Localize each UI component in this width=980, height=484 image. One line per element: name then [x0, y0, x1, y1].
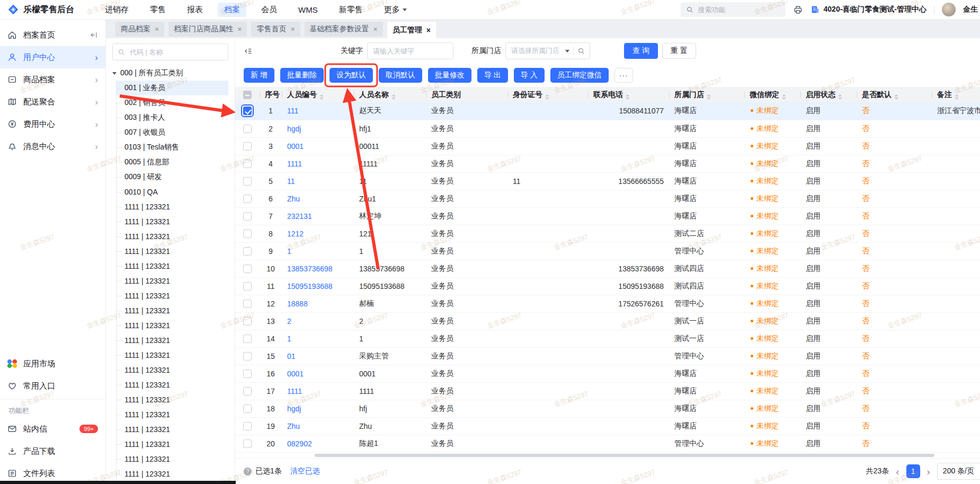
tree-item[interactable]: 1111 | 123321	[117, 422, 228, 437]
row-checkbox[interactable]	[243, 317, 252, 325]
employee-code-link[interactable]: 2	[282, 312, 354, 330]
collapse-tree-icon[interactable]	[244, 47, 253, 56]
row-checkbox[interactable]	[243, 439, 252, 448]
scrollbar-thumb[interactable]	[315, 454, 934, 457]
employee-code-link[interactable]: 111	[282, 102, 354, 120]
tree-item[interactable]: 1111 | 123321	[117, 274, 228, 288]
nav-item-archive[interactable]: 档案	[218, 3, 246, 17]
sidebar-item-common-entry[interactable]: 常用入口	[0, 375, 105, 397]
avatar[interactable]	[942, 3, 956, 16]
toolbar-bind-wechat-button[interactable]: 员工绑定微信	[550, 68, 609, 83]
employee-code-link[interactable]: 082902	[282, 435, 354, 452]
sort-icon[interactable]	[391, 94, 396, 100]
clear-selection-link[interactable]: 清空已选	[290, 467, 320, 476]
sidebar-item-product-download[interactable]: 产品下载	[0, 440, 105, 462]
nav-item-more[interactable]: 更多	[378, 3, 413, 17]
tab-retail-home[interactable]: 零售首页×	[251, 22, 300, 37]
tree-item[interactable]: 1111 | 123321	[117, 303, 228, 318]
employee-code-link[interactable]: 1	[282, 330, 354, 347]
row-checkbox[interactable]	[243, 282, 252, 291]
tree-item[interactable]: 1111 | 123321	[117, 407, 228, 422]
tree-item[interactable]: 001 | 业务员	[117, 81, 228, 95]
column-header-sel[interactable]	[235, 87, 260, 102]
row-checkbox[interactable]	[243, 160, 252, 168]
tree-item[interactable]: 1111 | 123321	[117, 259, 228, 274]
sidebar-item-user-center[interactable]: 用户中心›	[0, 46, 105, 68]
tree-item[interactable]: 1111 | 123321	[117, 467, 228, 481]
tree-item[interactable]: 1111 | 123321	[117, 229, 228, 244]
column-header-isdefault[interactable]: 是否默认	[857, 87, 932, 102]
employee-code-link[interactable]: Zhu	[282, 190, 354, 207]
sort-icon[interactable]	[955, 94, 959, 100]
row-checkbox[interactable]	[243, 265, 252, 273]
toolbar-import-button[interactable]: 导 入	[514, 68, 545, 83]
employee-code-link[interactable]: 232131	[282, 207, 354, 225]
column-header-cat[interactable]: 员工类别	[426, 87, 507, 102]
row-checkbox[interactable]	[243, 387, 252, 395]
column-header-num[interactable]: 序号	[260, 87, 282, 102]
store-filter-select[interactable]: 请选择所属门店	[505, 42, 590, 59]
nav-item-inventory[interactable]: 进销存	[99, 3, 135, 17]
column-header-store[interactable]: 所属门店	[669, 87, 744, 102]
sidebar-item-inbox[interactable]: 站内信99+	[0, 418, 105, 440]
tree-item[interactable]: 1111 | 123321	[117, 288, 228, 303]
employee-code-link[interactable]: Zhu	[282, 417, 354, 435]
sidebar-item-fee-center[interactable]: 费用中心›	[0, 113, 105, 135]
employee-code-link[interactable]: hgdj	[282, 400, 354, 417]
horizontal-scrollbar[interactable]	[235, 453, 980, 458]
username[interactable]: 金生	[963, 5, 980, 14]
column-header-name[interactable]: 人员名称	[354, 87, 426, 102]
column-header-wechat[interactable]: 微信绑定	[744, 87, 800, 102]
tree-item[interactable]: 1111 | 123321	[117, 377, 228, 392]
tree-item[interactable]: 003 | 推卡人	[117, 110, 228, 125]
tree-item[interactable]: 0103 | Tesla销售	[117, 140, 228, 155]
employee-code-link[interactable]: 15095193688	[282, 277, 354, 295]
row-checkbox[interactable]	[243, 404, 252, 413]
tree-item[interactable]: 1111 | 123321	[117, 437, 228, 452]
row-checkbox[interactable]	[243, 335, 252, 343]
sort-icon[interactable]	[626, 94, 630, 100]
sidebar-item-goods-archive[interactable]: 商品档案›	[0, 68, 105, 91]
tree-item[interactable]: 1111 | 123321	[117, 392, 228, 407]
store-selector[interactable]: 4020-喜临门零食测试-管理中心	[810, 5, 926, 14]
prev-page-icon[interactable]: ‹	[896, 467, 899, 477]
close-icon[interactable]: ×	[155, 25, 159, 33]
tree-item[interactable]: 1111 | 123321	[117, 244, 228, 259]
tree-search-input[interactable]	[129, 48, 223, 57]
close-icon[interactable]: ×	[290, 25, 295, 33]
sort-icon[interactable]	[838, 94, 842, 100]
sidebar-item-message-center[interactable]: 消息中心›	[0, 135, 105, 157]
nav-item-retail[interactable]: 零售	[144, 3, 172, 17]
select-all-checkbox[interactable]	[243, 91, 252, 99]
global-search-input[interactable]	[697, 5, 780, 14]
sort-icon[interactable]	[782, 94, 786, 100]
row-checkbox[interactable]	[243, 352, 252, 360]
printer-icon[interactable]	[793, 5, 803, 15]
next-page-icon[interactable]: ›	[927, 467, 930, 477]
tree-item[interactable]: 1111 | 123321	[117, 452, 228, 467]
row-checkbox[interactable]	[243, 125, 252, 133]
close-icon[interactable]: ×	[237, 25, 242, 33]
current-page[interactable]: 1	[906, 464, 920, 478]
employee-code-link[interactable]: 0001	[282, 137, 354, 155]
employee-code-link[interactable]: 0001	[282, 365, 354, 382]
row-checkbox[interactable]	[243, 142, 252, 151]
tree-root-node[interactable]: 000 | 所有员工类别	[112, 66, 228, 81]
reset-button[interactable]: 重 置	[662, 43, 696, 59]
tree-item[interactable]: 0010 | QA	[117, 184, 228, 199]
page-size-select[interactable]: 200 条/页	[937, 463, 980, 480]
nav-item-new-retail[interactable]: 新零售	[333, 3, 369, 17]
tree-item[interactable]: 1111 | 123321	[117, 318, 228, 333]
toolbar-cancel-default-button[interactable]: 取消默认	[379, 68, 422, 83]
tree-item[interactable]: 0009 | 研发	[117, 170, 228, 184]
employee-code-link[interactable]: hgdj	[282, 120, 354, 137]
tree-item[interactable]: 1111 | 123321	[117, 214, 228, 229]
row-checkbox[interactable]	[243, 195, 252, 203]
search-button[interactable]: 查 询	[624, 43, 658, 59]
tree-item[interactable]: 1111 | 123321	[117, 363, 228, 377]
row-checkbox[interactable]	[243, 230, 252, 238]
column-header-idcard[interactable]: 身份证号	[507, 87, 588, 102]
sort-icon[interactable]	[319, 94, 324, 100]
row-checkbox[interactable]	[243, 422, 252, 430]
employee-code-link[interactable]: 1	[282, 242, 354, 260]
